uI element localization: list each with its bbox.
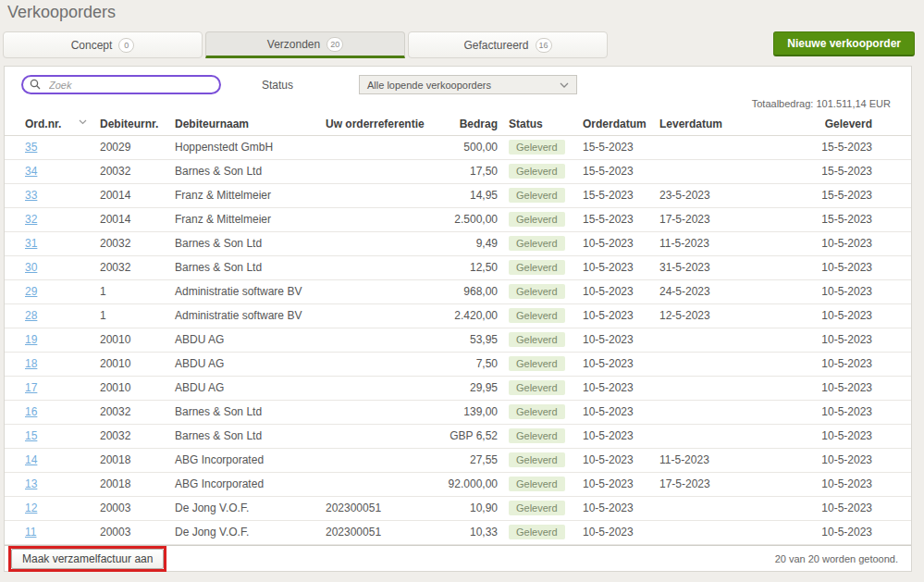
table-row: 16 20032 Barnes & Son Ltd 139,00 Gelever… xyxy=(5,400,911,424)
delivery-date-cell: 11-5-2023 xyxy=(652,231,763,255)
delivery-date-cell xyxy=(652,400,763,424)
table-row: 19 20010 ABDU AG 53,95 Geleverd 10-5-202… xyxy=(5,328,911,352)
debtor-number-cell: 20003 xyxy=(96,520,171,544)
order-number-link[interactable]: 19 xyxy=(25,333,37,346)
delivered-date-cell: 10-5-2023 xyxy=(763,231,911,255)
debtor-name-cell: Administratie software BV xyxy=(171,303,322,328)
total-amount: Totaalbedrag: 101.511,14 EUR xyxy=(5,96,911,113)
order-number-link[interactable]: 11 xyxy=(25,526,36,539)
status-badge: Geleverd xyxy=(509,140,565,155)
order-number-link[interactable]: 16 xyxy=(25,405,37,418)
order-number-link[interactable]: 30 xyxy=(25,261,37,274)
amount-cell: 9,49 xyxy=(433,231,501,255)
order-date-cell: 10-5-2023 xyxy=(575,520,652,544)
tab-verzonden-label: Verzonden xyxy=(267,38,320,51)
order-date-cell: 10-5-2023 xyxy=(575,303,652,328)
status-label: Status xyxy=(262,79,293,92)
amount-cell: 7,50 xyxy=(433,352,501,376)
order-number-link[interactable]: 13 xyxy=(25,477,37,490)
order-date-cell: 15-5-2023 xyxy=(575,183,652,207)
col-header-bedrag[interactable]: Bedrag xyxy=(433,113,501,135)
col-header-orderdatum[interactable]: Orderdatum xyxy=(575,113,652,135)
order-number-link[interactable]: 35 xyxy=(25,141,37,154)
status-badge: Geleverd xyxy=(509,164,565,179)
table-row: 12 20003 De Jong V.O.F. 202300051 10,90 … xyxy=(5,496,911,520)
order-number-link[interactable]: 28 xyxy=(25,309,37,322)
order-reference-cell xyxy=(322,472,433,496)
order-number-link[interactable]: 18 xyxy=(25,357,37,370)
amount-cell: GBP 6,52 xyxy=(433,424,501,448)
order-date-cell: 10-5-2023 xyxy=(575,496,652,520)
debtor-number-cell: 20029 xyxy=(96,135,171,159)
status-badge: Geleverd xyxy=(509,212,565,227)
rows-shown-text: 20 van 20 worden getoond. xyxy=(775,553,898,564)
debtor-name-cell: ABG Incorporated xyxy=(171,448,322,472)
debtor-number-cell: 20032 xyxy=(96,255,171,279)
order-number-link[interactable]: 12 xyxy=(25,502,37,514)
order-date-cell: 10-5-2023 xyxy=(575,424,652,448)
order-reference-cell xyxy=(322,255,433,279)
status-dropdown[interactable]: Alle lopende verkooporders xyxy=(359,75,577,94)
status-badge: Geleverd xyxy=(509,356,565,371)
debtor-number-cell: 20032 xyxy=(96,159,171,183)
debtor-number-cell: 20010 xyxy=(96,328,171,352)
col-header-ordnr[interactable]: Ord.nr. xyxy=(5,113,96,135)
order-number-link[interactable]: 14 xyxy=(25,453,37,466)
tab-concept[interactable]: Concept 0 xyxy=(3,31,203,58)
debtor-name-cell: De Jong V.O.F. xyxy=(171,520,322,544)
order-date-cell: 15-5-2023 xyxy=(575,135,652,159)
orders-panel: Status Alle lopende verkooporders Totaal… xyxy=(4,66,912,572)
order-number-link[interactable]: 34 xyxy=(25,165,37,178)
order-number-link[interactable]: 17 xyxy=(25,381,37,394)
col-header-debiteurnaam[interactable]: Debiteurnaam xyxy=(171,113,322,135)
order-number-link[interactable]: 33 xyxy=(25,189,37,202)
amount-cell: 968,00 xyxy=(433,279,501,303)
debtor-name-cell: Franz & Mittelmeier xyxy=(171,207,322,231)
table-row: 35 20029 Hoppenstedt GmbH 500,00 Gelever… xyxy=(5,135,911,159)
order-reference-cell xyxy=(322,376,433,400)
tab-verzonden-count-badge: 20 xyxy=(326,37,343,52)
table-row: 34 20032 Barnes & Son Ltd 17,50 Geleverd… xyxy=(5,159,911,183)
debtor-name-cell: ABG Incorporated xyxy=(171,472,322,496)
col-header-geleverd[interactable]: Geleverd xyxy=(763,113,911,135)
create-collective-invoice-button[interactable]: Maak verzamelfactuur aan xyxy=(11,549,164,569)
table-row: 29 1 Administratie software BV 968,00 Ge… xyxy=(5,279,911,303)
tab-gefactureerd-count-badge: 16 xyxy=(536,38,552,53)
search-input[interactable] xyxy=(21,75,221,94)
order-date-cell: 10-5-2023 xyxy=(575,255,652,279)
delivery-date-cell xyxy=(652,424,763,448)
debtor-name-cell: ABDU AG xyxy=(171,328,322,352)
new-sales-order-button[interactable]: Nieuwe verkooporder xyxy=(773,31,915,56)
amount-cell: 500,00 xyxy=(433,135,501,159)
order-date-cell: 10-5-2023 xyxy=(575,376,652,400)
debtor-number-cell: 20018 xyxy=(96,448,171,472)
sort-descending-icon[interactable] xyxy=(79,119,87,125)
tab-gefactureerd[interactable]: Gefactureerd 16 xyxy=(408,31,608,58)
delivery-date-cell xyxy=(652,328,763,352)
col-header-orderreferentie[interactable]: Uw orderreferentie xyxy=(322,113,433,135)
amount-cell: 12,50 xyxy=(433,255,501,279)
col-header-status[interactable]: Status xyxy=(501,113,575,135)
table-header-row: Ord.nr. Debiteurnr. Debiteurnaam Uw orde… xyxy=(5,113,911,135)
order-number-link[interactable]: 32 xyxy=(25,213,37,226)
delivery-date-cell xyxy=(652,159,763,183)
delivered-date-cell: 10-5-2023 xyxy=(763,303,911,328)
debtor-name-cell: Administratie software BV xyxy=(171,279,322,303)
table-row: 32 20014 Franz & Mittelmeier 2.500,00 Ge… xyxy=(5,207,911,231)
amount-cell: 29,95 xyxy=(433,376,501,400)
order-number-link[interactable]: 31 xyxy=(25,237,37,250)
delivered-date-cell: 10-5-2023 xyxy=(763,496,911,520)
amount-cell: 10,33 xyxy=(433,520,501,544)
col-header-leverdatum[interactable]: Leverdatum xyxy=(652,113,763,135)
order-reference-cell: 202300051 xyxy=(322,496,433,520)
order-number-link[interactable]: 15 xyxy=(25,429,37,442)
order-number-link[interactable]: 29 xyxy=(25,285,37,298)
col-header-debiteurnr[interactable]: Debiteurnr. xyxy=(96,113,171,135)
delivered-date-cell: 10-5-2023 xyxy=(763,520,911,544)
delivered-date-cell: 10-5-2023 xyxy=(763,279,911,303)
debtor-number-cell: 20010 xyxy=(96,352,171,376)
order-reference-cell xyxy=(322,159,433,183)
debtor-name-cell: Barnes & Son Ltd xyxy=(171,255,322,279)
status-badge: Geleverd xyxy=(509,452,565,467)
tab-verzonden[interactable]: Verzonden 20 xyxy=(205,31,405,58)
